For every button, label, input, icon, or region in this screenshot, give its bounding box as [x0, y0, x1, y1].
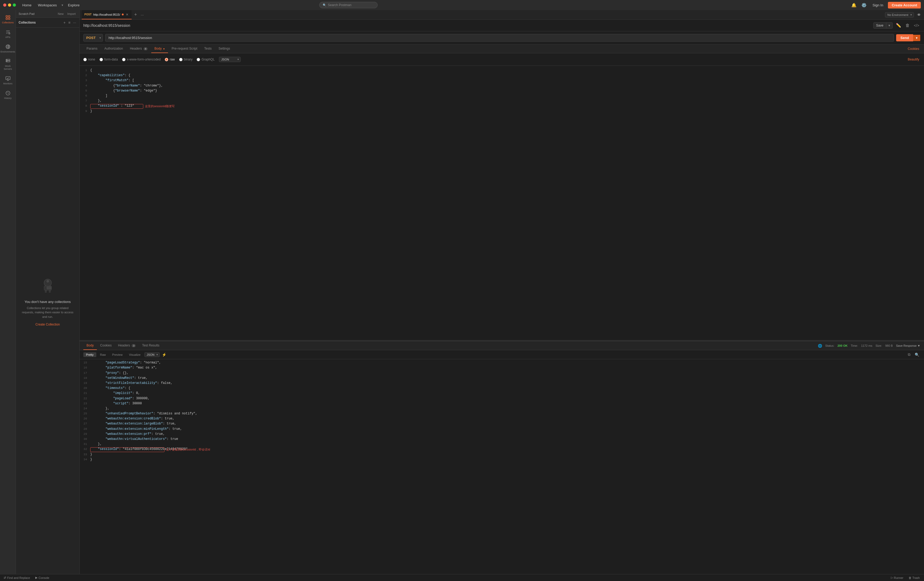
- tab-settings[interactable]: Settings: [216, 44, 233, 53]
- tab-body[interactable]: Body ●: [151, 44, 168, 53]
- request-area: http://localhost:9515/session Save ▼ ✏️ …: [79, 20, 924, 574]
- workspaces-nav[interactable]: Workspaces: [36, 2, 59, 8]
- request-body-editor[interactable]: 1{2 "capabilities": {3 "firstMatch": [4 …: [79, 66, 924, 340]
- response-line-20: 20 "timeouts": {: [79, 386, 924, 391]
- sidebar-item-mock-servers[interactable]: Mock Servers: [0, 56, 16, 73]
- fmt-visualize[interactable]: Visualize: [126, 352, 143, 357]
- find-replace-button[interactable]: ⇄ Find and Replace: [3, 575, 31, 580]
- none-radio[interactable]: [83, 58, 87, 61]
- binary-radio[interactable]: [179, 58, 183, 61]
- import-scratch-button[interactable]: Import: [66, 12, 77, 16]
- send-dropdown-button[interactable]: ▼: [913, 35, 920, 41]
- raw-radio-label[interactable]: raw: [165, 58, 175, 61]
- tab-tests[interactable]: Tests: [201, 44, 215, 53]
- fmt-pretty[interactable]: Pretty: [83, 352, 96, 357]
- empty-desc: Collections let you group related reques…: [21, 306, 74, 319]
- add-tab-button[interactable]: +: [133, 12, 139, 18]
- create-collection-link[interactable]: Create Collection: [35, 323, 60, 326]
- method-selector[interactable]: POST GET PUT DELETE PATCH: [83, 34, 103, 42]
- response-line-34: 34}: [79, 457, 924, 462]
- fmt-preview[interactable]: Preview: [110, 352, 125, 357]
- explore-nav[interactable]: Explore: [66, 2, 82, 8]
- close-button[interactable]: [3, 3, 7, 7]
- trash-button[interactable]: 🗑 Trash: [907, 576, 921, 580]
- body-options: none form-data x-www-form-urlencoded raw…: [79, 53, 924, 66]
- request-tabs: Params Authorization Headers 8 Body ● Pr…: [79, 44, 924, 53]
- resp-json-format-select[interactable]: JSON HTML Text XML: [144, 352, 160, 357]
- more-tabs-button[interactable]: ···: [140, 13, 145, 17]
- environment-eye-button[interactable]: 👁: [916, 12, 922, 18]
- form-data-radio-label[interactable]: form-data: [99, 58, 118, 61]
- more-collections-button[interactable]: ···: [73, 20, 77, 25]
- send-main-button[interactable]: Send: [896, 34, 913, 41]
- urlencoded-radio-label[interactable]: x-www-form-urlencoded: [122, 58, 160, 61]
- copy-response-button[interactable]: ⧉: [907, 352, 911, 357]
- fmt-raw[interactable]: Raw: [97, 352, 109, 357]
- filter-collections-button[interactable]: ≡: [68, 20, 71, 25]
- save-dropdown-button[interactable]: ▼: [886, 23, 893, 28]
- add-collection-button[interactable]: +: [63, 20, 66, 25]
- tab-params[interactable]: Params: [83, 44, 101, 53]
- resp-tab-test-results[interactable]: Test Results: [139, 341, 162, 350]
- none-radio-label[interactable]: none: [83, 58, 95, 61]
- home-nav[interactable]: Home: [20, 2, 34, 8]
- sign-in-button[interactable]: Sign In: [870, 2, 885, 8]
- form-data-radio[interactable]: [99, 58, 103, 61]
- resp-tab-body[interactable]: Body: [83, 341, 97, 350]
- minimize-button[interactable]: [8, 3, 11, 7]
- response-code-area[interactable]: 15 "pageLoadStrategy": "normal",16 "plat…: [79, 359, 924, 574]
- search-placeholder: Search Postman: [328, 3, 351, 7]
- create-account-button[interactable]: Create Account: [888, 2, 921, 8]
- tab-bar-right: No Environment ▼ 👁: [885, 12, 922, 18]
- graphql-radio[interactable]: [196, 58, 200, 61]
- resp-headers-badge: 3: [132, 344, 135, 347]
- urlencoded-radio[interactable]: [122, 58, 125, 61]
- binary-radio-label[interactable]: binary: [179, 58, 193, 61]
- request-line-5: 5 {"browserName": "edge"}: [79, 88, 924, 94]
- response-line-23: 23 "script": 30000: [79, 401, 924, 406]
- resp-tab-headers[interactable]: Headers 3: [115, 341, 139, 350]
- response-line-30: 30 "webauthn:virtualAuthenticators": tru…: [79, 437, 924, 442]
- url-input[interactable]: [105, 34, 894, 42]
- sidebar-item-collections[interactable]: Collections: [0, 12, 16, 27]
- runner-button[interactable]: ▷ Runner: [889, 575, 905, 580]
- environments-label: Environments: [0, 50, 15, 53]
- graphql-radio-label[interactable]: GraphQL: [196, 58, 214, 61]
- code-view-button[interactable]: </>: [913, 22, 920, 29]
- tab-pre-request-script[interactable]: Pre-request Script: [168, 44, 201, 53]
- json-format-select[interactable]: JSON Text JavaScript HTML XML: [219, 57, 241, 62]
- delete-title-button[interactable]: 🗑: [904, 22, 911, 29]
- save-main-button[interactable]: Save: [874, 23, 886, 28]
- filter-response-button[interactable]: ⚡: [161, 352, 167, 357]
- svg-rect-0: [6, 16, 7, 17]
- resp-tab-cookies[interactable]: Cookies: [97, 341, 115, 350]
- request-line-4: 4 {"browserName": "chrome"},: [79, 83, 924, 88]
- tab-unsaved-dot: [122, 13, 124, 15]
- beautify-link[interactable]: Beautify: [907, 56, 920, 63]
- new-scratch-button[interactable]: New: [57, 12, 65, 16]
- environment-selector[interactable]: No Environment: [885, 12, 914, 18]
- cookies-link[interactable]: Cookies: [907, 45, 920, 53]
- active-tab[interactable]: POST http://localhost:9515/ ✕: [82, 10, 132, 19]
- response-line-17: 17 "proxy": {},: [79, 370, 924, 376]
- tab-authorization[interactable]: Authorization: [101, 44, 126, 53]
- raw-radio[interactable]: [165, 58, 168, 61]
- tab-close-button[interactable]: ✕: [125, 13, 129, 16]
- collections-label: Collections: [2, 21, 13, 24]
- sidebar-item-monitors[interactable]: Monitors: [0, 73, 16, 88]
- sidebar-item-environments[interactable]: Environments: [0, 41, 16, 56]
- resp-size-label: Size:: [875, 344, 882, 347]
- search-response-button[interactable]: 🔍: [914, 352, 920, 357]
- search-bar[interactable]: 🔍 Search Postman: [319, 2, 378, 8]
- maximize-button[interactable]: [13, 3, 16, 7]
- edit-title-button[interactable]: ✏️: [895, 22, 902, 29]
- console-button[interactable]: ▶ Console: [34, 575, 50, 580]
- sidebar-item-apis[interactable]: APIs: [0, 27, 16, 41]
- save-response-button[interactable]: Save Response ▼: [896, 344, 920, 347]
- monitors-label: Monitors: [3, 82, 13, 85]
- sidebar-item-history[interactable]: History: [0, 88, 16, 102]
- notifications-icon[interactable]: 🔔: [850, 2, 858, 9]
- response-line-18: 18 "setWindowRect": true,: [79, 376, 924, 381]
- tab-headers[interactable]: Headers 8: [127, 44, 151, 53]
- settings-icon[interactable]: ⚙️: [860, 2, 868, 9]
